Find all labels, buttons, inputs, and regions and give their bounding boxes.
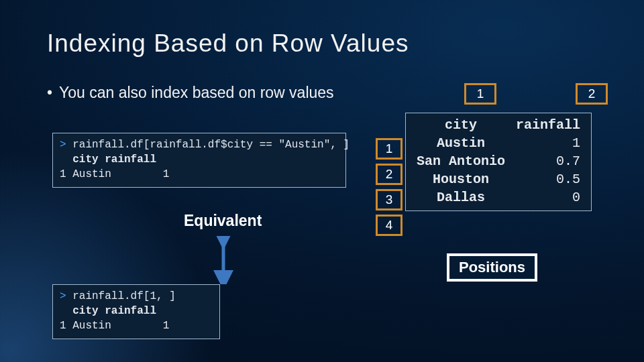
col-header-city: city xyxy=(411,116,511,134)
column-position-2: 2 xyxy=(576,83,608,105)
cell-city: Austin xyxy=(411,134,511,152)
page-title: Indexing Based on Row Values xyxy=(47,29,409,58)
cell-rainfall: 0 xyxy=(511,188,586,206)
row-position-4: 4 xyxy=(376,215,402,236)
table-row: Austin 1 xyxy=(411,134,586,152)
code2-cmd: rainfall.df[1, ] xyxy=(72,290,176,302)
code1-cmd: rainfall.df[rainfall.df$city == "Austin"… xyxy=(72,139,350,151)
cell-rainfall: 0.5 xyxy=(511,170,586,188)
table-header-row: city rainfall xyxy=(411,116,586,134)
code2-row: 1 Austin 1 xyxy=(60,320,169,332)
code-block-index: > rainfall.df[1, ] city rainfall 1 Austi… xyxy=(52,284,220,339)
code1-header: city rainfall xyxy=(60,154,156,166)
table-row: San Antonio 0.7 xyxy=(411,152,586,170)
cell-city: Dallas xyxy=(411,188,511,206)
row-position-3: 3 xyxy=(376,189,402,210)
cell-city: San Antonio xyxy=(411,152,511,170)
column-position-1: 1 xyxy=(464,83,496,105)
row-position-1: 1 xyxy=(376,138,402,160)
code2-header: city rainfall xyxy=(60,305,156,317)
cell-rainfall: 0.7 xyxy=(511,152,586,170)
row-position-2: 2 xyxy=(376,164,402,185)
equivalent-arrow-icon xyxy=(212,236,235,287)
cell-rainfall: 1 xyxy=(511,134,586,152)
col-header-rainfall: rainfall xyxy=(511,116,586,134)
dataframe-table: city rainfall Austin 1 San Antonio 0.7 H… xyxy=(405,113,592,211)
code1-row: 1 Austin 1 xyxy=(60,168,169,180)
bullet-text: You can also index based on row values xyxy=(59,83,334,103)
table-row: Dallas 0 xyxy=(411,188,586,206)
table-row: Houston 0.5 xyxy=(411,170,586,188)
cell-city: Houston xyxy=(411,170,511,188)
equivalent-label: Equivalent xyxy=(184,212,262,230)
code-block-filter: > rainfall.df[rainfall.df$city == "Austi… xyxy=(52,133,346,188)
positions-label: Positions xyxy=(447,253,537,282)
